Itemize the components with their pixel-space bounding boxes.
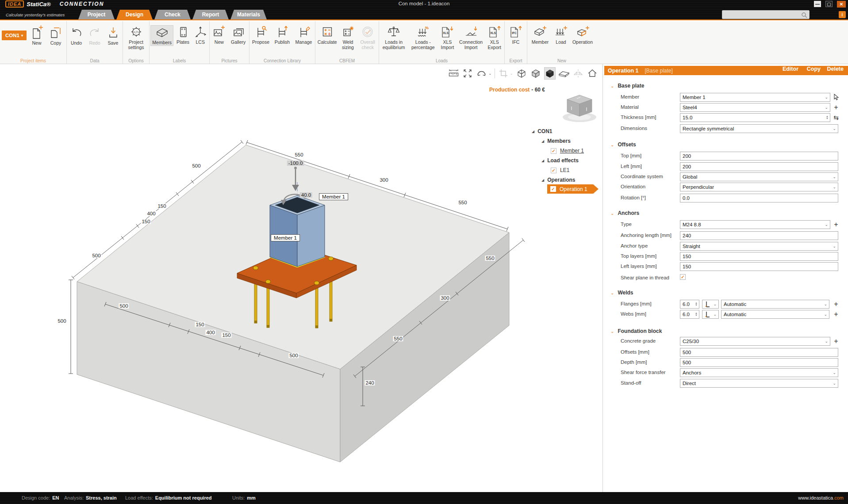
anchor-shape-select[interactable]: Straight⌄ [680, 242, 838, 251]
tab-materials[interactable]: Materials [230, 10, 267, 19]
top-layers-input[interactable]: 150 [680, 252, 838, 261]
search-box[interactable] [722, 10, 810, 19]
anchor-type-select[interactable]: M24 8.8⌄ [680, 220, 830, 229]
coordinate-system-select[interactable]: Global⌄ [680, 172, 838, 181]
rotation-input[interactable]: 0.0 [680, 194, 838, 202]
new-project-item-button[interactable]: New [28, 25, 45, 46]
web-weld-mode-select[interactable]: Automatic⌄ [721, 310, 829, 319]
spinner-icon[interactable]: ▲▼ [695, 302, 698, 306]
section-foundation-block[interactable]: ⌄Foundation block [610, 328, 662, 334]
project-settings-button[interactable]: </> Project settings [124, 25, 149, 50]
plates-labels-toggle[interactable]: Plates [175, 25, 192, 45]
plate-view-icon[interactable] [558, 67, 570, 80]
wireframe-view-icon[interactable] [516, 67, 527, 80]
tree-item-member1[interactable]: ✓ Member 1 [551, 146, 584, 155]
tree-expander-icon[interactable]: ◢ [541, 159, 544, 163]
gallery-button[interactable]: Gallery [229, 25, 248, 45]
section-base-plate[interactable]: ⌄Base plate [610, 83, 644, 89]
loads-percentage-button[interactable]: % Loads - percentage [408, 25, 437, 50]
loads-in-equilibrium-button[interactable]: Loads in equilibrium [379, 25, 408, 50]
home-view-icon[interactable] [587, 67, 598, 80]
new-member-button[interactable]: Member [529, 25, 551, 45]
tab-report[interactable]: Report [192, 10, 229, 19]
tree-expander-icon[interactable]: ◢ [541, 178, 544, 182]
xls-export-button[interactable]: XLS XLS Export [485, 25, 504, 50]
section-welds[interactable]: ⌄Welds [610, 290, 633, 296]
section-anchors[interactable]: ⌄Anchors [610, 210, 639, 216]
concrete-grade-select[interactable]: C25/30⌄ [680, 337, 830, 346]
add-flange-weld-button[interactable]: + [832, 300, 840, 309]
dimensions-select[interactable]: Rectangle symmetrical⌄ [680, 124, 838, 133]
measure-icon[interactable] [448, 67, 459, 80]
editor-button[interactable]: Editor [783, 64, 798, 73]
web-weld-size-input[interactable]: 6.0▲▼ [680, 310, 699, 319]
info-button[interactable]: i [839, 11, 846, 18]
minimize-button[interactable]: — [814, 1, 821, 7]
tree-item-le1[interactable]: ✓ LE1 [551, 166, 569, 175]
spinner-icon[interactable]: ▲▼ [826, 115, 829, 120]
add-concrete-grade-button[interactable]: + [832, 337, 840, 346]
left-layers-input[interactable]: 150 [680, 262, 838, 271]
thickness-input[interactable]: 15.0▲▼ [680, 113, 830, 122]
shear-plane-checkbox[interactable]: ✓ [680, 274, 686, 280]
search-input[interactable] [724, 11, 799, 18]
close-button[interactable]: ✕ [837, 1, 846, 8]
tree-node-members[interactable]: ◢ Members [541, 137, 571, 145]
tree-expander-icon[interactable]: ◢ [541, 139, 544, 143]
new-operation-button[interactable]: Operation [571, 25, 595, 45]
material-select[interactable]: Steel4⌄ [680, 103, 830, 112]
tree-node-operations[interactable]: ◢ Operations [541, 176, 576, 184]
calculate-button[interactable]: Calculate [316, 25, 339, 45]
tree-item-operation1-selected[interactable]: ✓ Operation 1 [547, 184, 599, 194]
add-anchor-type-button[interactable]: + [832, 220, 840, 229]
new-load-button[interactable]: Load [553, 25, 569, 45]
navigation-cube[interactable] [558, 91, 601, 124]
tree-node-load-effects[interactable]: ◢ Load effects [541, 156, 579, 165]
propose-button[interactable]: Propose [250, 25, 272, 45]
checkbox-checked-icon[interactable]: ✓ [550, 186, 556, 192]
manage-button[interactable]: Manage [293, 25, 315, 45]
add-material-button[interactable]: + [832, 103, 840, 112]
anchoring-length-input[interactable]: 240 [680, 231, 838, 240]
web-weld-type-select[interactable]: ⌄ [702, 310, 719, 319]
copy-operation-button[interactable]: Copy [807, 64, 821, 73]
swap-dimensions-icon[interactable]: ⇆ [832, 113, 840, 122]
xls-import-button[interactable]: XLS XLS Import [437, 25, 457, 50]
flange-weld-size-input[interactable]: 6.0▲▼ [680, 300, 699, 309]
lcs-labels-toggle[interactable]: LCS [192, 25, 208, 45]
offset-top-input[interactable]: 200 [680, 152, 838, 160]
tree-expander-icon[interactable]: ◢ [532, 130, 534, 134]
tab-project[interactable]: Project [78, 10, 115, 19]
flange-weld-mode-select[interactable]: Automatic⌄ [721, 300, 829, 309]
stand-off-select[interactable]: Direct⌄ [680, 379, 838, 388]
offset-left-input[interactable]: 200 [680, 162, 838, 171]
publish-button[interactable]: Publish [272, 25, 292, 45]
tab-check[interactable]: Check [154, 10, 191, 19]
copy-project-item-button[interactable]: Copy [47, 25, 65, 46]
tree-node-con1[interactable]: ◢ CON1 [532, 127, 553, 136]
add-web-weld-button[interactable]: + [832, 310, 840, 319]
checkbox-checked-icon[interactable]: ✓ [551, 148, 556, 154]
member-select[interactable]: Member 1⌄ [680, 93, 830, 102]
flange-weld-type-select[interactable]: ⌄ [702, 300, 719, 309]
overall-check-button[interactable]: Overall check [357, 25, 378, 50]
delete-operation-button[interactable]: Delete [827, 64, 844, 73]
connection-selector[interactable]: CON1 ▾ [2, 31, 27, 40]
undo-button[interactable]: Undo [68, 25, 85, 46]
block-depth-input[interactable]: 500 [680, 358, 838, 367]
maximize-button[interactable]: ▢ [825, 1, 833, 7]
weld-sizing-button[interactable]: Weld sizing [339, 25, 357, 50]
block-offsets-input[interactable]: 500 [680, 348, 838, 357]
chevron-down-icon[interactable]: ⌄ [488, 71, 492, 76]
members-labels-toggle[interactable]: Members [150, 25, 173, 46]
ifc-export-button[interactable]: IFC IFC [507, 25, 525, 45]
orientation-select[interactable]: Perpendicular⌄ [680, 183, 838, 191]
connection-import-button[interactable]: Connection Import [457, 25, 485, 50]
zoom-fit-icon[interactable] [462, 67, 473, 80]
shear-force-transfer-select[interactable]: Anchors⌄ [680, 368, 838, 377]
website-link[interactable]: www.ideastatica.com [798, 495, 844, 500]
redo-button[interactable]: Redo [86, 25, 104, 46]
spinner-icon[interactable]: ▲▼ [695, 312, 698, 317]
new-picture-button[interactable]: New [211, 25, 227, 45]
save-button[interactable]: Save [104, 25, 122, 46]
